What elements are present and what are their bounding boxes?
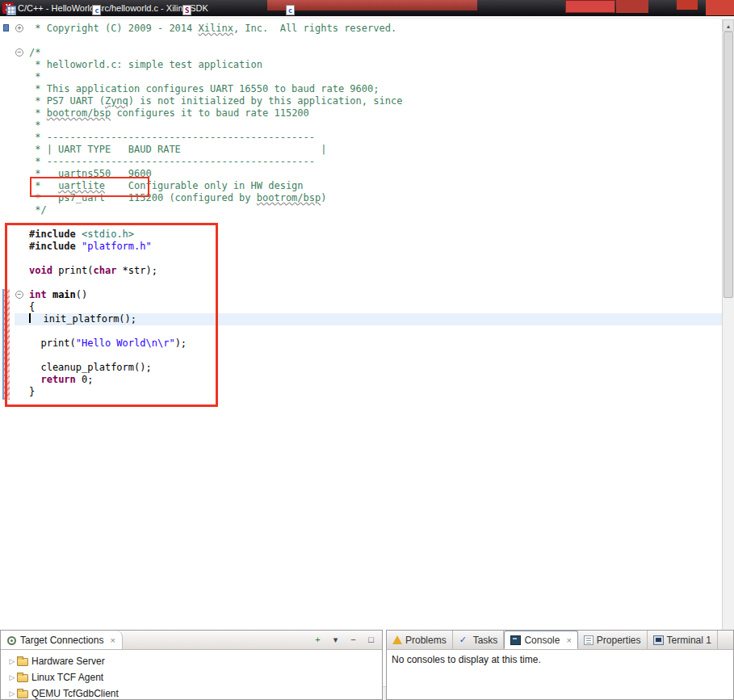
code-token: * This application configures UART 16550… <box>29 83 379 94</box>
background-window-fragment <box>565 0 615 13</box>
fold-minus-icon[interactable]: − <box>15 48 23 57</box>
code-token: , Inc. All rights reserved. <box>233 23 396 34</box>
tree-item-label: Hardware Server <box>31 656 105 667</box>
code-token: * --------------------------------------… <box>29 132 315 143</box>
console-tab-problems[interactable]: Problems <box>387 631 453 649</box>
minimize-icon[interactable]: − <box>347 634 359 646</box>
target-connections-toolbar: +▾−□ <box>312 631 382 649</box>
window-title: C/C++ - HelloWorld/src/helloworld.c - Xi… <box>18 3 208 13</box>
code-line[interactable]: * --------------------------------------… <box>15 132 722 144</box>
code-token: Zynq <box>105 95 128 107</box>
console-message: No consoles to display at this time. <box>387 650 733 669</box>
tasks-icon <box>459 635 470 645</box>
tree-item-label: QEMU TcfGdbClient <box>31 688 119 699</box>
code-token: * helloworld.c: simple test application <box>29 59 262 70</box>
console-tabs: ProblemsTasksConsole×PropertiesTerminal … <box>387 631 733 650</box>
code-token: */ <box>29 204 47 216</box>
code-line[interactable]: * PS7 UART (Zynq) is not initialized by … <box>15 95 722 107</box>
code-line[interactable]: * <box>15 119 722 132</box>
target-item-hardware-server[interactable]: ▷Hardware Server <box>1 653 382 669</box>
terminal-icon <box>653 635 664 645</box>
console-body: No consoles to display at this time. <box>387 650 733 699</box>
window-titlebar: X C/C++ - HelloWorld/src/helloworld.c - … <box>0 0 734 16</box>
twisty-icon[interactable]: ▷ <box>7 657 17 665</box>
tab-label: Problems <box>405 635 447 646</box>
problems-icon <box>392 635 402 644</box>
editor-area: system.hdf×helloworld.c×asm_vectors.S×_e… <box>0 0 348 563</box>
view-tab-label: Target Connections <box>20 635 103 646</box>
code-line[interactable]: * bootrom/bsp configures it to baud rate… <box>15 107 722 119</box>
tab-label: Tasks <box>473 635 498 646</box>
maximize-icon[interactable]: □ <box>365 634 377 646</box>
console-tab-properties[interactable]: Properties <box>578 631 648 649</box>
code-line[interactable]: * | UART TYPE BAUD RATE | <box>15 144 722 156</box>
vertical-scrollbar[interactable]: ▴ ▾ <box>722 19 734 686</box>
code-token: ) <box>321 192 326 203</box>
twisty-icon[interactable]: ▷ <box>7 690 17 698</box>
background-window-fragment <box>677 0 698 10</box>
code-line[interactable] <box>15 35 722 47</box>
target-item-qemu-tcfgdbclient[interactable]: ▷QEMU TcfGdbClient <box>1 685 382 699</box>
background-window-fragment <box>616 0 648 13</box>
code-token: * | UART TYPE BAUD RATE | <box>29 144 326 155</box>
properties-icon <box>584 635 593 645</box>
view-tab-target-connections[interactable]: Target Connections × <box>1 631 123 649</box>
hdf-icon <box>6 6 16 15</box>
close-icon[interactable]: × <box>110 635 115 645</box>
target-item-linux-tcf-agent[interactable]: ▷Linux TCF Agent <box>1 669 382 685</box>
code-token: configures it to baud rate 115200 <box>111 107 309 119</box>
code-token: ) is not initialized by this application… <box>128 95 403 107</box>
new-target-connection-icon[interactable]: + <box>312 634 324 646</box>
code-token: * PS7 UART ( <box>29 95 105 107</box>
folder-icon <box>17 658 28 666</box>
annotation-box-main-code <box>5 223 218 407</box>
code-area[interactable]: * Copyright (C) 2009 - 2014 Xilinx, Inc.… <box>0 19 722 686</box>
code-line[interactable]: * <box>15 71 722 83</box>
code-token: /* <box>29 47 40 58</box>
annotation-marker-icon <box>3 24 9 31</box>
code-token: * <box>29 107 47 119</box>
folder-icon <box>17 690 28 698</box>
scroll-up-icon[interactable]: ▴ <box>723 19 734 31</box>
code-line[interactable]: * helloworld.c: simple test application <box>15 59 722 71</box>
folder-icon <box>17 674 28 682</box>
close-icon[interactable]: × <box>566 635 571 645</box>
background-window-fragment <box>706 0 734 15</box>
tab-label: Terminal 1 <box>667 635 711 646</box>
console-icon <box>510 635 521 645</box>
code-token: * --------------------------------------… <box>29 156 315 167</box>
code-line[interactable]: /* <box>15 47 722 59</box>
code-token: bootrom/bsp <box>47 107 111 119</box>
console-tab-tasks[interactable]: Tasks <box>453 631 505 649</box>
code-token: * Copyright (C) 2009 - 2014 <box>29 23 199 34</box>
target-connections-header: Target Connections × +▾−□ <box>1 631 382 650</box>
target-connections-panel: Target Connections × +▾−□ ▷Hardware Serv… <box>0 630 383 700</box>
annotation-box-helloworld-file <box>30 177 149 197</box>
console-tab-console[interactable]: Console× <box>504 631 577 649</box>
s-file-icon <box>182 5 191 15</box>
code-line[interactable]: * This application configures UART 16550… <box>15 83 722 95</box>
tab-label: Properties <box>597 635 641 646</box>
target-connections-icon <box>7 636 16 645</box>
code-token: Xilinx <box>199 23 233 34</box>
view-menu-icon[interactable]: ▾ <box>329 634 342 646</box>
fold-minus-icon[interactable]: − <box>15 291 23 299</box>
scrollbar-thumb[interactable] <box>724 31 733 298</box>
c-file-icon <box>286 5 295 15</box>
fold-plus-icon[interactable]: + <box>15 24 23 32</box>
code-token: * <box>29 71 40 82</box>
console-tab-terminal-1[interactable]: Terminal 1 <box>648 631 718 649</box>
code-line[interactable]: * Copyright (C) 2009 - 2014 Xilinx, Inc.… <box>15 23 722 35</box>
target-connections-tree: ▷Hardware Server▷Linux TCF Agent▷QEMU Tc… <box>1 650 382 699</box>
code-token: bootrom/bsp <box>257 192 321 203</box>
twisty-icon[interactable]: ▷ <box>7 673 17 681</box>
tree-item-label: Linux TCF Agent <box>31 672 103 683</box>
c-file-icon <box>92 5 101 15</box>
code-line[interactable]: */ <box>15 204 722 216</box>
code-token: * <box>29 119 40 131</box>
tab-label: Console <box>524 635 560 646</box>
background-window-fragment <box>267 0 477 10</box>
code-line[interactable]: * --------------------------------------… <box>15 156 722 168</box>
console-panel: ProblemsTasksConsole×PropertiesTerminal … <box>386 630 734 700</box>
